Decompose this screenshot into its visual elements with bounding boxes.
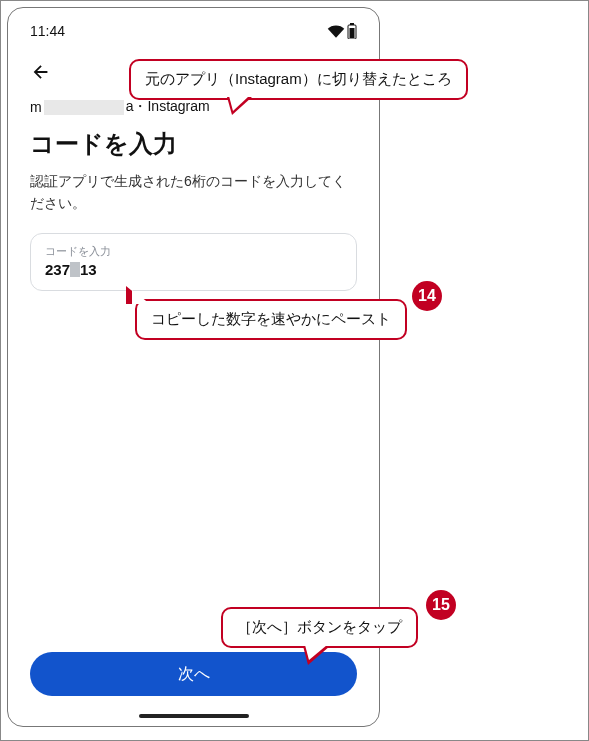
wifi-icon [327, 24, 345, 38]
input-value: 237 13 [45, 261, 342, 278]
page-title: コードを入力 [30, 128, 357, 160]
battery-icon [347, 23, 357, 39]
account-prefix: m [30, 99, 42, 115]
step-badge-15: 15 [426, 590, 456, 620]
status-icons [327, 23, 357, 39]
clock: 11:44 [30, 23, 65, 39]
back-button[interactable] [30, 61, 52, 89]
input-label: コードを入力 [45, 244, 342, 259]
arrow-left-icon [30, 61, 52, 83]
status-bar: 11:44 [8, 8, 379, 48]
callout-switch-app: 元のアプリ（Instagram）に切り替えたところ [129, 59, 468, 100]
redacted-mask [44, 100, 124, 115]
account-line: m a・Instagram [30, 98, 357, 116]
home-indicator[interactable] [139, 714, 249, 718]
instruction-text: 認証アプリで生成された6桁のコードを入力してください。 [30, 170, 357, 215]
svg-rect-2 [350, 28, 355, 38]
redacted-digit [70, 262, 80, 277]
callout-tap-next: ［次へ］ボタンをタップ [221, 607, 418, 648]
account-suffix: a・Instagram [126, 98, 210, 116]
code-input[interactable]: コードを入力 237 13 [30, 233, 357, 291]
step-badge-14: 14 [412, 281, 442, 311]
callout-paste: コピーした数字を速やかにペースト [135, 299, 407, 340]
